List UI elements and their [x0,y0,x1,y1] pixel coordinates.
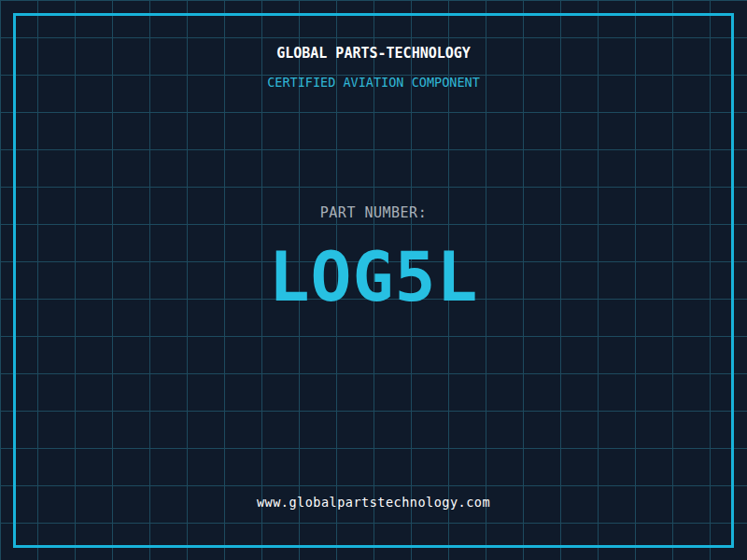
website-url: www.globalpartstechnology.com [0,496,747,510]
part-number-label: PART NUMBER: [0,206,747,220]
certification-subtitle: CERTIFIED AVIATION COMPONENT [0,76,747,89]
brand-title: GLOBAL PARTS-TECHNOLOGY [0,47,747,61]
part-number-value: LOG5L [0,243,747,311]
part-certificate-page: GLOBAL PARTS-TECHNOLOGY CERTIFIED AVIATI… [0,0,747,560]
